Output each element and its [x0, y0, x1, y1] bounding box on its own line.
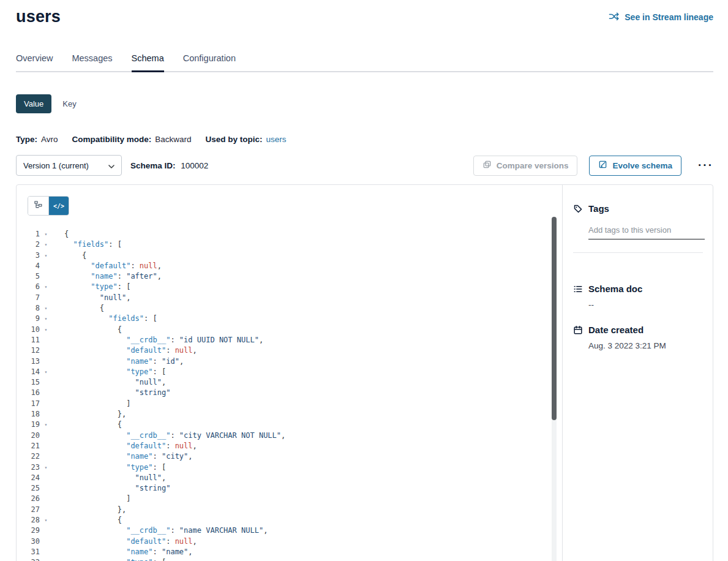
code-line: 5 "name": "after",	[17, 271, 562, 282]
code-text: "type": [	[52, 462, 166, 473]
line-number: 19	[17, 420, 40, 430]
fold-spacer	[40, 345, 52, 356]
fold-toggle-icon[interactable]: ▾	[40, 239, 52, 250]
code-line: 3▾ {	[17, 250, 562, 261]
code-line: 21 "default": null,	[17, 441, 562, 451]
compatibility-label: Compatibility mode:	[72, 135, 152, 144]
code-line: 15 "null",	[17, 377, 562, 388]
used-by-topic-link[interactable]: users	[266, 135, 287, 144]
code-line: 12 "default": null,	[17, 345, 562, 356]
list-icon	[573, 284, 583, 294]
stream-lineage-link[interactable]: See in Stream lineage	[609, 12, 713, 22]
tab-messages[interactable]: Messages	[72, 53, 112, 71]
line-number: 29	[17, 525, 40, 536]
code-text: {	[52, 420, 122, 430]
key-toggle-button[interactable]: Key	[59, 94, 80, 113]
fold-toggle-icon[interactable]: ▾	[40, 282, 52, 292]
line-number: 24	[17, 473, 40, 483]
fold-toggle-icon[interactable]: ▾	[40, 367, 52, 377]
fold-spacer	[40, 505, 52, 515]
fold-spacer	[40, 473, 52, 483]
fold-toggle-icon[interactable]: ▾	[40, 250, 52, 261]
fold-spacer	[40, 399, 52, 409]
code-text: "string"	[52, 388, 170, 398]
code-text: "default": null,	[52, 261, 162, 271]
code-line: 28▾ {	[17, 515, 562, 525]
fold-toggle-icon[interactable]: ▾	[40, 557, 52, 561]
more-options-button[interactable]: ···	[698, 160, 713, 171]
line-number: 2	[17, 239, 40, 250]
compare-versions-button[interactable]: Compare versions	[473, 156, 578, 176]
date-created-title: Date created	[588, 325, 644, 335]
compare-versions-icon	[482, 160, 492, 171]
fold-spacer	[40, 293, 52, 303]
editor-scrollbar-track[interactable]	[552, 217, 557, 561]
code-text: ]	[52, 494, 130, 504]
chevron-down-icon	[108, 161, 114, 170]
code-line: 25 "string"	[17, 483, 562, 494]
code-text: {	[52, 250, 86, 261]
code-view-button[interactable]: </>	[48, 197, 69, 215]
evolve-schema-button[interactable]: Evolve schema	[589, 156, 681, 176]
schema-part-toggle: Value Key	[16, 94, 713, 113]
fold-spacer	[40, 356, 52, 367]
line-number: 9	[17, 314, 40, 324]
fold-spacer	[40, 525, 52, 536]
fold-toggle-icon[interactable]: ▾	[40, 303, 52, 314]
line-number: 13	[17, 356, 40, 367]
version-select[interactable]: Version 1 (current)	[16, 155, 122, 176]
code-line: 2▾ "fields": [	[17, 239, 562, 250]
fold-toggle-icon[interactable]: ▾	[40, 515, 52, 525]
code-text: "default": null,	[52, 441, 197, 451]
fold-spacer	[40, 547, 52, 557]
code-line: 14▾ "type": [	[17, 367, 562, 377]
version-bar: Version 1 (current) Schema ID: 100002 Co…	[16, 155, 713, 176]
fold-spacer	[40, 335, 52, 345]
tab-configuration[interactable]: Configuration	[183, 53, 236, 71]
fold-spacer	[40, 451, 52, 462]
code-text: "type": [	[52, 557, 166, 561]
code-line: 8▾ {	[17, 303, 562, 314]
tab-schema[interactable]: Schema	[132, 53, 164, 71]
page-title: users	[16, 7, 61, 26]
fold-toggle-icon[interactable]: ▾	[40, 325, 52, 335]
stream-lineage-label: See in Stream lineage	[625, 12, 713, 22]
editor-scrollbar-thumb[interactable]	[552, 217, 557, 420]
page-header: users See in Stream lineage	[16, 7, 713, 26]
line-number: 14	[17, 367, 40, 377]
line-number: 25	[17, 483, 40, 494]
fold-toggle-icon[interactable]: ▾	[40, 462, 52, 473]
code-text: {	[52, 515, 122, 525]
line-number: 27	[17, 505, 40, 515]
schema-id-label: Schema ID:	[130, 161, 176, 170]
code-text: "__crdb__": "name VARCHAR NULL",	[52, 525, 268, 536]
line-number: 11	[17, 335, 40, 345]
code-text: {	[52, 325, 122, 335]
line-number: 1	[17, 229, 40, 239]
tree-view-button[interactable]	[28, 197, 48, 215]
calendar-icon	[573, 325, 583, 335]
tags-input[interactable]	[588, 224, 705, 239]
sidebar-divider	[573, 252, 703, 253]
code-text: "default": null,	[52, 537, 197, 547]
code-text: {	[52, 229, 69, 239]
code-text: "name": "name",	[52, 547, 193, 557]
edit-icon	[598, 160, 607, 171]
fold-toggle-icon[interactable]: ▾	[40, 229, 52, 239]
value-toggle-button[interactable]: Value	[16, 94, 51, 113]
code-line: 13 "name": "id",	[17, 356, 562, 367]
line-number: 6	[17, 282, 40, 292]
code-text: "fields": [	[52, 314, 157, 324]
code-line: 18 },	[17, 409, 562, 420]
code-icon: </>	[53, 203, 64, 209]
fold-toggle-icon[interactable]: ▾	[40, 420, 52, 430]
line-number: 20	[17, 431, 40, 441]
code-text: "default": null,	[52, 345, 197, 356]
tab-overview[interactable]: Overview	[16, 53, 53, 71]
fold-toggle-icon[interactable]: ▾	[40, 314, 52, 324]
stream-lineage-icon	[609, 12, 620, 21]
code-line: 19▾ {	[17, 420, 562, 430]
code-line: 17 ]	[17, 399, 562, 409]
code-text: "null",	[52, 377, 166, 388]
line-number: 18	[17, 409, 40, 420]
